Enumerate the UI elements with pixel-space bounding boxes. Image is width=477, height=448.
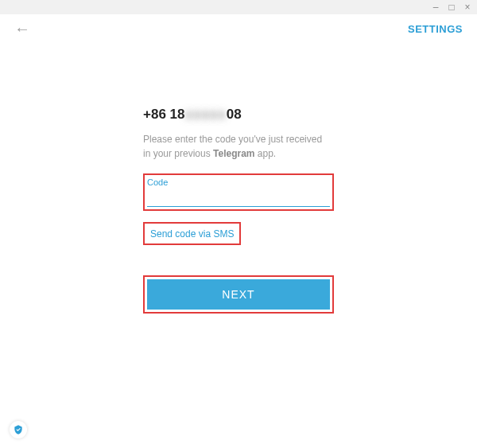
code-input[interactable]	[147, 189, 330, 207]
next-button[interactable]: NEXT	[147, 279, 330, 310]
back-arrow-icon[interactable]: ←	[14, 21, 30, 37]
send-sms-link[interactable]: Send code via SMS	[147, 227, 237, 241]
sms-link-highlight: Send code via SMS	[143, 222, 241, 245]
code-field: Code	[147, 177, 330, 207]
instruction-line1: Please enter the code you've just receiv…	[143, 134, 322, 145]
phone-prefix: +86 18	[143, 107, 184, 122]
window-titlebar: – □ ×	[0, 0, 477, 14]
top-bar: ← SETTINGS	[0, 14, 477, 43]
code-input-highlight: Code	[143, 173, 334, 211]
instruction-line2a: in your previous	[143, 148, 213, 159]
instruction-text: Please enter the code you've just receiv…	[143, 132, 334, 161]
maximize-button[interactable]: □	[447, 2, 456, 13]
phone-hidden: xxxxx	[184, 107, 226, 122]
close-button[interactable]: ×	[463, 2, 472, 13]
instruction-line2b: app.	[255, 148, 277, 159]
settings-link[interactable]: SETTINGS	[408, 23, 463, 35]
phone-suffix: 08	[227, 107, 242, 122]
instruction-appname: Telegram	[213, 148, 254, 159]
minimize-button[interactable]: –	[431, 2, 440, 13]
code-label: Code	[147, 177, 330, 187]
verification-panel: +86 18xxxxx08 Please enter the code you'…	[143, 107, 334, 314]
next-button-highlight: NEXT	[143, 275, 334, 314]
phone-number-display: +86 18xxxxx08	[143, 107, 334, 123]
shield-icon	[10, 421, 27, 438]
